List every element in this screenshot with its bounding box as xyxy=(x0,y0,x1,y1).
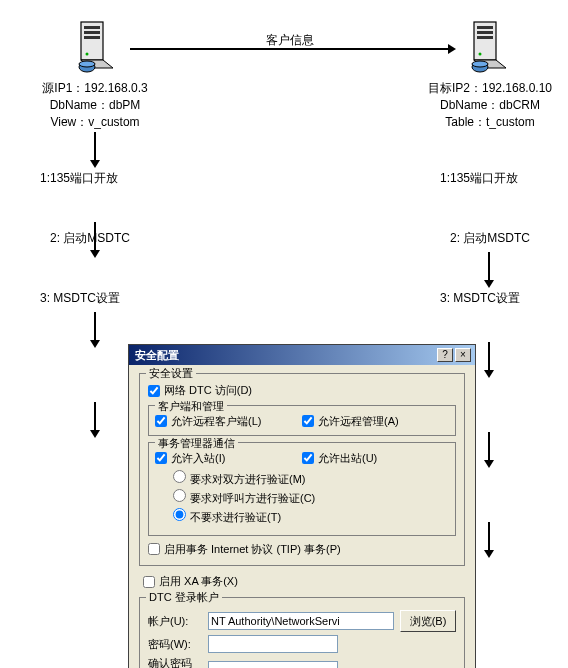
no-auth-radio[interactable]: 不要求进行验证(T) xyxy=(173,508,449,525)
browse-button[interactable]: 浏览(B) xyxy=(400,610,456,632)
svg-point-6 xyxy=(79,61,95,67)
dialog-titlebar[interactable]: 安全配置 ? × xyxy=(129,345,475,365)
source-ip-label: 源IP1：192.168.0.3 xyxy=(30,80,160,97)
svg-point-11 xyxy=(479,53,482,56)
allow-inbound-checkbox[interactable]: 允许入站(I) xyxy=(155,451,290,466)
dtc-account-legend: DTC 登录帐户 xyxy=(146,590,222,605)
source-view-label: View：v_custom xyxy=(30,114,160,131)
mutual-auth-radio[interactable]: 要求对双方进行验证(M) xyxy=(173,470,449,487)
svg-rect-10 xyxy=(477,36,493,39)
confirm-password-label: 确认密码(M): xyxy=(148,656,208,668)
allow-outbound-checkbox[interactable]: 允许出站(U) xyxy=(302,451,437,466)
caller-auth-radio[interactable]: 要求对呼叫方进行验证(C) xyxy=(173,489,449,506)
svg-rect-8 xyxy=(477,26,493,29)
tm-comm-group: 事务管理器通信 允许入站(I) 允许出站(U) 要求对双方进行验证(M) 要求对… xyxy=(148,442,456,536)
target-info: 目标IP2：192.168.0.10 DbName：dbCRM Table：t_… xyxy=(420,80,560,131)
security-settings-group: 安全设置 网络 DTC 访问(D) 客户端和管理 允许远程客户端(L) 允许远程… xyxy=(139,373,465,566)
dialog-title: 安全配置 xyxy=(133,348,435,363)
security-settings-legend: 安全设置 xyxy=(146,366,196,381)
auth-radio-group: 要求对双方进行验证(M) 要求对呼叫方进行验证(C) 不要求进行验证(T) xyxy=(173,470,449,525)
source-info: 源IP1：192.168.0.3 DbName：dbPM View：v_cust… xyxy=(30,80,160,131)
account-input[interactable] xyxy=(208,612,394,630)
target-server-icon xyxy=(468,20,508,75)
svg-point-4 xyxy=(86,53,89,56)
arrow-down-icon xyxy=(488,342,490,372)
right-step3: 3: MSDTC设置 xyxy=(440,290,560,307)
network-dtc-checkbox[interactable]: 网络 DTC 访问(D) xyxy=(148,383,252,398)
svg-rect-3 xyxy=(84,36,100,39)
left-step2: 2: 启动MSDTC xyxy=(50,230,170,247)
arrow-down-icon xyxy=(94,312,96,342)
account-label: 帐户(U): xyxy=(148,614,208,629)
allow-remote-client-checkbox[interactable]: 允许远程客户端(L) xyxy=(155,414,290,429)
client-admin-group: 客户端和管理 允许远程客户端(L) 允许远程管理(A) xyxy=(148,405,456,436)
left-step1: 1:135端口开放 xyxy=(40,170,160,187)
arrow-down-icon xyxy=(488,522,490,552)
help-button[interactable]: ? xyxy=(437,348,453,362)
svg-point-13 xyxy=(472,61,488,67)
password-label: 密码(W): xyxy=(148,637,208,652)
close-button[interactable]: × xyxy=(455,348,471,362)
security-config-dialog: 安全配置 ? × 安全设置 网络 DTC 访问(D) 客户端和管理 允许远程客户… xyxy=(128,344,476,668)
link-label: 客户信息 xyxy=(250,32,330,49)
confirm-password-input xyxy=(208,661,338,669)
allow-remote-admin-checkbox[interactable]: 允许远程管理(A) xyxy=(302,414,437,429)
arrow-down-icon xyxy=(94,132,96,162)
svg-rect-1 xyxy=(84,26,100,29)
arrow-down-icon xyxy=(488,252,490,282)
target-db-label: DbName：dbCRM xyxy=(420,97,560,114)
target-ip-label: 目标IP2：192.168.0.10 xyxy=(420,80,560,97)
enable-tip-checkbox[interactable]: 启用事务 Internet 协议 (TIP) 事务(P) xyxy=(148,542,341,557)
source-db-label: DbName：dbPM xyxy=(30,97,160,114)
source-server-icon xyxy=(75,20,115,75)
right-step2: 2: 启动MSDTC xyxy=(450,230,568,247)
right-step1: 1:135端口开放 xyxy=(440,170,560,187)
arrow-down-icon xyxy=(94,402,96,432)
client-admin-legend: 客户端和管理 xyxy=(155,399,227,414)
dtc-account-group: DTC 登录帐户 帐户(U): 浏览(B) 密码(W): 确认密码(M): xyxy=(139,597,465,668)
password-input xyxy=(208,635,338,653)
left-step3: 3: MSDTC设置 xyxy=(40,290,160,307)
svg-rect-9 xyxy=(477,31,493,34)
target-table-label: Table：t_custom xyxy=(420,114,560,131)
enable-xa-checkbox[interactable]: 启用 XA 事务(X) xyxy=(143,574,465,589)
arrow-down-icon xyxy=(488,432,490,462)
svg-rect-2 xyxy=(84,31,100,34)
tm-comm-legend: 事务管理器通信 xyxy=(155,436,238,451)
